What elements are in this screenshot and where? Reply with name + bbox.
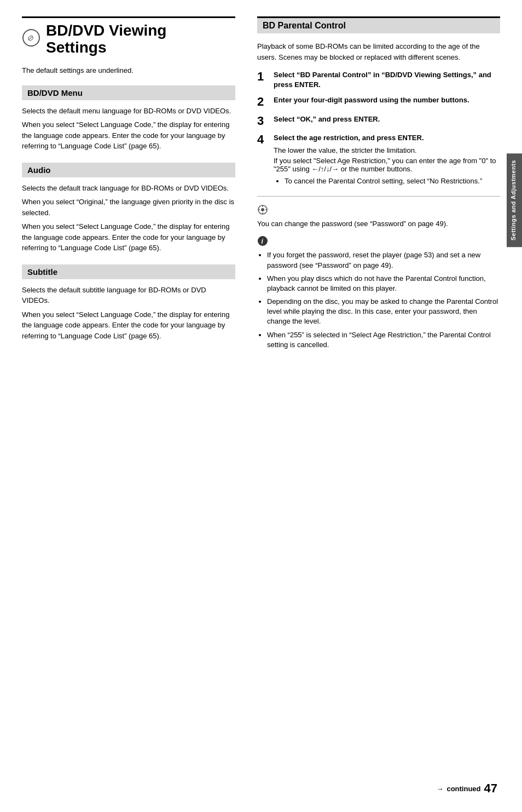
page-title-line1: BD/DVD Viewing [46,22,166,39]
audio-p1: Selects the default track language for B… [22,183,235,194]
audio-p3: When you select “Select Language Code,” … [22,221,235,254]
tip-icon [257,204,500,218]
right-column: BD Parental Control Playback of some BD-… [252,16,500,790]
divider [257,196,500,197]
step-1-number: 1 [257,70,269,83]
step-4-number: 4 [257,133,269,146]
audio-body: Selects the default track language for B… [22,183,235,254]
page-number: 47 [484,781,497,796]
step-4: 4 Select the age restriction, and press … [257,133,500,188]
subtitle-body: Selects the default subtitle language fo… [22,285,235,342]
bd-dvd-menu-p1: Selects the default menu language for BD… [22,106,235,117]
notes-list: If you forget the password, reset the pl… [267,250,500,350]
subtitle-p2: When you select “Select Language Code,” … [22,309,235,342]
tip-section: You can change the password (see “Passwo… [257,204,500,229]
step-4-content: Select the age restriction, and press EN… [274,133,500,188]
bd-dvd-menu-p2: When you select “Select Language Code,” … [22,119,235,152]
step-1-text: Select “BD Parental Control” in “BD/DVD … [274,70,500,90]
step-3-text: Select “OK,” and press ENTER. [274,114,500,124]
note-2: When you play discs which do not have th… [267,274,500,293]
note-1: If you forget the password, reset the pl… [267,250,500,270]
continued-arrow: → [436,785,443,793]
audio-p2: When you select “Original,” the language… [22,197,235,218]
bd-dvd-menu-header: BD/DVD Menu [22,85,235,100]
step-3: 3 Select “OK,” and press ENTER. [257,114,500,128]
default-settings-note: The default settings are underlined. [22,66,235,74]
step-4-text: Select the age restriction, and press EN… [274,134,424,142]
continued-label: continued [446,785,480,793]
tip-text: You can change the password (see “Passwo… [257,219,500,229]
step-2: 2 Enter your four-digit password using t… [257,95,500,108]
subtitle-header: Subtitle [22,264,235,279]
bd-parental-control-header: BD Parental Control [257,16,500,33]
step-4-bullets: To cancel the Parental Control setting, … [285,176,500,186]
step-2-text: Enter your four-digit password using the… [274,95,500,105]
note-icon: i [257,235,500,249]
step-4-bullet-1: To cancel the Parental Control setting, … [285,176,500,186]
left-column: ⊘ BD/DVD Viewing Settings The default se… [22,16,252,790]
subtitle-p1: Selects the default subtitle language fo… [22,285,235,306]
step-4-p1: The lower the value, the stricter the li… [274,146,500,154]
steps-list: 1 Select “BD Parental Control” in “BD/DV… [257,70,500,188]
page-title-line2: Settings [46,39,166,56]
title-area: ⊘ BD/DVD Viewing Settings [22,16,235,56]
parental-control-intro: Playback of some BD-ROMs can be limited … [257,41,500,62]
svg-point-3 [261,208,264,211]
bottom-bar: → continued 47 [436,781,497,796]
step-3-number: 3 [257,114,269,128]
step-4-subtext: The lower the value, the stricter the li… [274,146,500,186]
step-4-p2: If you select "Select Age Restriction," … [274,157,500,173]
svg-text:⊘: ⊘ [27,33,33,42]
note-3: Depending on the disc, you may be asked … [267,297,500,327]
step-2-number: 2 [257,95,269,108]
bd-dvd-menu-body: Selects the default menu language for BD… [22,106,235,152]
side-tab: Settings and Adjustments [507,153,522,247]
note-section: i If you forget the password, reset the … [257,235,500,350]
note-4: When “255” is selected in “Select Age Re… [267,330,500,350]
section-icon: ⊘ [22,28,40,50]
step-1: 1 Select “BD Parental Control” in “BD/DV… [257,70,500,90]
audio-header: Audio [22,163,235,177]
